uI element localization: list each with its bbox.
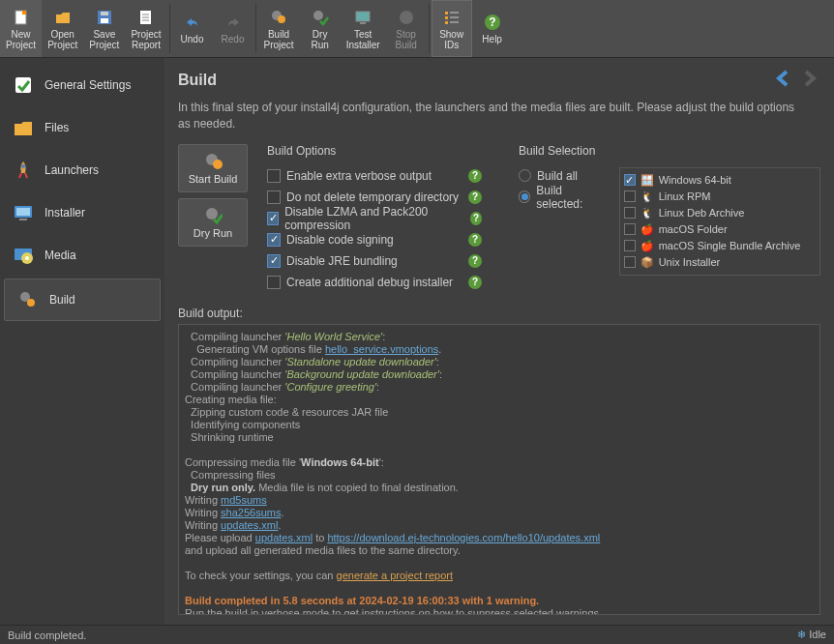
build-options-title: Build Options xyxy=(267,144,499,158)
back-arrow-button[interactable] xyxy=(772,68,793,92)
svg-rect-13 xyxy=(360,22,366,24)
svg-rect-4 xyxy=(101,12,108,15)
upload-url-link[interactable]: https://download.ej-technologies.com/hel… xyxy=(327,532,600,543)
stop-icon xyxy=(397,8,416,27)
label: macOS Folder xyxy=(659,223,728,235)
redo-button[interactable]: Redo xyxy=(213,0,253,57)
show-ids-button[interactable]: Show IDs xyxy=(432,0,472,57)
sidebar-item-installer[interactable]: Installer xyxy=(0,191,164,234)
build-selection-title: Build Selection xyxy=(519,144,820,158)
updates-xml-link[interactable]: updates.xml xyxy=(221,519,278,531)
sidebar-item-build[interactable]: Build xyxy=(4,278,161,321)
gear-build-icon xyxy=(269,8,288,27)
undo-button[interactable]: Undo xyxy=(172,0,213,57)
vmoptions-link[interactable]: hello_service.vmoptions xyxy=(325,343,438,355)
test-installer-button[interactable]: Test Installer xyxy=(341,0,386,57)
unix-icon: 📦 xyxy=(640,255,654,269)
document-icon xyxy=(12,8,31,27)
label: General Settings xyxy=(45,78,131,92)
build-project-button[interactable]: Build Project xyxy=(258,0,300,57)
svg-point-35 xyxy=(206,208,218,220)
svg-rect-1 xyxy=(22,11,26,15)
save-icon xyxy=(95,8,114,27)
label: Unix Installer xyxy=(659,256,721,268)
project-report-button[interactable]: Project Report xyxy=(125,0,166,57)
sidebar: General Settings Files Launchers Install… xyxy=(0,58,164,625)
stop-build-button[interactable]: Stop Build xyxy=(386,0,427,57)
verbose-checkbox[interactable] xyxy=(267,169,281,183)
monitor-installer-icon xyxy=(12,201,35,224)
undo-icon xyxy=(183,13,202,32)
label: Enable extra verbose output xyxy=(286,169,432,183)
target-linux-deb-checkbox[interactable] xyxy=(624,207,636,219)
disable-signing-checkbox[interactable] xyxy=(267,233,281,247)
macos-icon: 🍎 xyxy=(640,239,654,252)
svg-rect-27 xyxy=(19,219,27,220)
settings-icon xyxy=(12,73,35,97)
build-all-radio[interactable] xyxy=(519,169,531,182)
windows-icon: 🪟 xyxy=(640,173,654,187)
folder-open-icon xyxy=(53,8,73,27)
label: Build Project xyxy=(264,29,294,50)
sidebar-item-launchers[interactable]: Launchers xyxy=(0,149,164,191)
build-output-console[interactable]: Compiling launcher 'Hello World Service'… xyxy=(178,324,820,615)
svg-rect-17 xyxy=(445,21,448,24)
debug-installer-checkbox[interactable] xyxy=(267,276,281,289)
gear-check-icon xyxy=(311,8,330,27)
help-icon[interactable]: ? xyxy=(468,254,482,268)
target-macos-bundle-checkbox[interactable] xyxy=(624,240,636,251)
no-delete-temp-checkbox[interactable] xyxy=(267,190,281,204)
help-button[interactable]: ? Help xyxy=(472,0,513,57)
sha256sums-link[interactable]: sha256sums xyxy=(221,507,281,518)
svg-rect-15 xyxy=(445,12,448,15)
target-linux-rpm-checkbox[interactable] xyxy=(624,190,636,202)
svg-point-10 xyxy=(278,15,285,23)
disable-lzma-checkbox[interactable] xyxy=(267,212,279,225)
forward-arrow-button[interactable] xyxy=(799,68,820,92)
sidebar-item-general-settings[interactable]: General Settings xyxy=(0,64,164,106)
svg-point-34 xyxy=(213,160,223,169)
label: Start Build xyxy=(189,173,238,185)
dry-run-button[interactable]: Dry Run xyxy=(300,0,341,57)
label: Linux Deb Archive xyxy=(659,207,745,219)
help-icon[interactable]: ? xyxy=(470,212,482,225)
start-build-button[interactable]: Start Build xyxy=(178,144,248,192)
disable-jre-checkbox[interactable] xyxy=(267,254,281,268)
list-ids-icon xyxy=(442,8,462,27)
svg-rect-3 xyxy=(101,18,108,23)
gear-check-icon xyxy=(203,206,223,225)
target-windows-checkbox[interactable] xyxy=(624,174,636,186)
new-project-button[interactable]: New Project xyxy=(0,0,42,57)
status-left: Build completed. xyxy=(8,629,86,641)
label: Do not delete temporary directory xyxy=(286,190,459,204)
label: Files xyxy=(45,121,69,134)
generate-report-link[interactable]: generate a project report xyxy=(337,570,453,581)
svg-point-30 xyxy=(25,256,29,260)
dry-run-button-big[interactable]: Dry Run xyxy=(178,198,248,247)
help-icon[interactable]: ? xyxy=(468,169,482,183)
redo-icon xyxy=(223,13,243,32)
open-project-button[interactable]: Open Project xyxy=(42,0,83,57)
label: Project Report xyxy=(131,29,161,50)
svg-point-32 xyxy=(27,299,35,307)
target-unix-checkbox[interactable] xyxy=(624,256,636,268)
build-selected-radio[interactable] xyxy=(519,190,530,203)
md5sums-link[interactable]: md5sums xyxy=(221,494,267,506)
linux-icon: 🐧 xyxy=(640,206,654,220)
label: Create additional debug installer xyxy=(286,276,453,289)
help-icon[interactable]: ? xyxy=(468,233,482,247)
label: Dry Run xyxy=(194,227,232,239)
label: Show IDs xyxy=(439,29,463,50)
rocket-icon xyxy=(12,159,35,182)
main-toolbar: New Project Open Project Save Project Pr… xyxy=(0,0,834,58)
target-macos-folder-checkbox[interactable] xyxy=(624,223,636,235)
help-icon[interactable]: ? xyxy=(468,190,482,204)
label: Redo xyxy=(222,34,245,44)
label: Disable code signing xyxy=(286,233,394,247)
sidebar-item-media[interactable]: Media xyxy=(0,234,164,277)
page-description: In this final step of your install4j con… xyxy=(178,100,807,132)
save-project-button[interactable]: Save Project xyxy=(83,0,125,57)
help-icon[interactable]: ? xyxy=(468,276,482,289)
sidebar-item-files[interactable]: Files xyxy=(0,106,164,149)
updates-xml-link[interactable]: updates.xml xyxy=(255,532,313,543)
